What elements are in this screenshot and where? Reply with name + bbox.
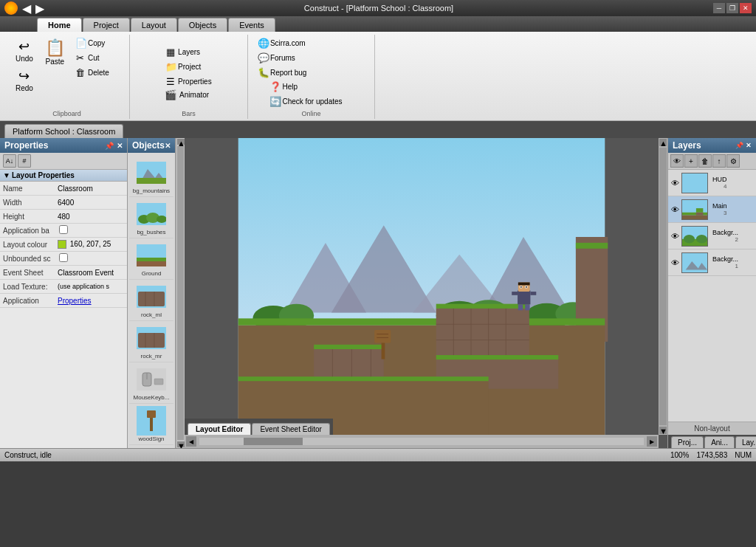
- svg-rect-11: [138, 292, 165, 306]
- tab-objects[interactable]: Objects: [178, 18, 227, 32]
- zoom-level: 100%: [670, 451, 690, 459]
- svg-rect-41: [436, 309, 529, 355]
- ribbon-content: ↩ Undo ↪ Redo 📋 Paste 📄 Copy: [0, 32, 756, 121]
- appbg-checkbox[interactable]: [59, 225, 68, 234]
- props-pin-icon[interactable]: 📌: [105, 142, 114, 150]
- layer-delete-btn[interactable]: 🗑: [698, 154, 712, 168]
- objects-close-icon[interactable]: ✕: [165, 142, 171, 150]
- bottom-tab-project[interactable]: Proj...: [671, 436, 704, 448]
- object-item-rockmr[interactable]: rock_mr: [129, 321, 173, 362]
- hscroll-thumb[interactable]: [244, 438, 303, 445]
- status-text: Construct, idle: [4, 451, 52, 459]
- layer-bg1-thumb: [681, 252, 708, 273]
- object-item-mousekeyb[interactable]: MouseKeyb...: [129, 362, 173, 404]
- props-toolbar: A↓ #: [0, 153, 127, 170]
- objects-scroll-down[interactable]: ▼: [177, 441, 185, 447]
- application-properties-link[interactable]: Properties: [55, 295, 127, 306]
- object-thumb-ground: [137, 241, 166, 270]
- hscroll-right-btn[interactable]: ▶: [647, 436, 657, 447]
- delete-button[interactable]: 🗑 Delete: [72, 66, 123, 80]
- minimize-button[interactable]: ─: [713, 3, 725, 13]
- layer-add-btn[interactable]: +: [684, 154, 698, 168]
- canvas-hscroll[interactable]: ◀ ▶: [185, 435, 659, 448]
- vscroll-track[interactable]: [659, 148, 667, 425]
- layer-bg1-visibility[interactable]: 👁: [670, 258, 680, 267]
- restore-button[interactable]: ❐: [726, 3, 738, 13]
- svg-rect-57: [374, 330, 391, 343]
- layer-eye-btn[interactable]: 👁: [670, 154, 684, 168]
- scirra-button[interactable]: 🌐 Scirra.com: [254, 36, 368, 50]
- tab-layout[interactable]: Layout: [131, 18, 177, 32]
- layer-main-visibility[interactable]: 👁: [670, 205, 680, 214]
- svg-rect-69: [525, 304, 529, 310]
- layer-bg2-visibility[interactable]: 👁: [670, 232, 680, 241]
- quick-access-1[interactable]: ◀: [22, 1, 31, 16]
- hscroll-track[interactable]: [199, 438, 644, 445]
- svg-rect-23: [147, 410, 156, 418]
- tab-event-sheet-editor[interactable]: Event Sheet Editor: [252, 423, 329, 435]
- objects-scrollbar[interactable]: ▲ ▼: [176, 138, 185, 448]
- bottom-tab-layout[interactable]: Lay...: [735, 436, 756, 448]
- svg-rect-8: [137, 258, 166, 261]
- bottom-tab-animator[interactable]: Ani...: [704, 436, 735, 448]
- undo-button[interactable]: ↩ Undo: [10, 36, 38, 65]
- props-row-unbounded: Unbounded sc: [0, 252, 127, 266]
- vscroll-down-btn[interactable]: ▼: [659, 427, 667, 434]
- layer-item-main[interactable]: 👁 Main 3: [668, 196, 756, 223]
- objects-scroll-track[interactable]: [177, 146, 184, 440]
- object-thumb-rockml: [137, 282, 166, 312]
- paste-button[interactable]: 📋 Paste: [40, 36, 70, 68]
- online-group: 🌐 Scirra.com 💬 Forums 🐛 Report bug ❓ Hel…: [248, 35, 375, 119]
- props-sort-num[interactable]: #: [18, 154, 31, 168]
- cut-button[interactable]: ✂ Cut: [72, 51, 123, 65]
- hscroll-left-btn[interactable]: ◀: [186, 436, 196, 447]
- object-item-ground[interactable]: Ground: [129, 238, 173, 280]
- objects-panel-wrapper: Objects ✕ bg_mountains: [128, 138, 185, 448]
- canvas-vscroll[interactable]: ▲ ▼: [659, 138, 667, 435]
- layer-item-hud[interactable]: 👁 HUD 4: [668, 170, 756, 196]
- unbounded-checkbox[interactable]: [59, 253, 68, 262]
- objects-scroll-up[interactable]: ▲: [177, 139, 185, 145]
- updates-button[interactable]: 🔄 Check for updates: [266, 94, 362, 109]
- object-item-woodsign[interactable]: woodSign: [129, 404, 173, 445]
- animator-button[interactable]: Animator: [179, 91, 209, 99]
- props-row-width: Width 6400: [0, 196, 127, 210]
- tab-project[interactable]: Project: [83, 18, 130, 32]
- props-close-icon[interactable]: ✕: [117, 142, 123, 150]
- tab-home[interactable]: Home: [37, 18, 82, 32]
- project-button[interactable]: 📁 Project: [162, 60, 216, 74]
- layout-props-section[interactable]: ▼ Layout Properties: [0, 170, 127, 182]
- vscroll-up-btn[interactable]: ▲: [659, 139, 667, 146]
- svg-rect-75: [682, 215, 707, 219]
- layers-pin-icon[interactable]: 📌: [735, 142, 743, 149]
- layers-close-icon[interactable]: ✕: [746, 142, 752, 149]
- layer-up-btn[interactable]: ↑: [712, 154, 726, 168]
- report-button[interactable]: 🐛 Report bug: [254, 66, 368, 80]
- props-sort-az[interactable]: A↓: [3, 154, 16, 168]
- svg-rect-53: [436, 355, 559, 359]
- object-thumb-mousekeyb: [137, 365, 166, 394]
- close-button[interactable]: ✕: [740, 3, 752, 13]
- tab-events[interactable]: Events: [228, 18, 275, 32]
- help-button[interactable]: ❓ Help: [266, 80, 362, 94]
- layer-main-thumb: [681, 199, 708, 220]
- layer-item-bg2[interactable]: 👁 Backgr... 2: [668, 223, 756, 250]
- colour-swatch[interactable]: [58, 240, 66, 249]
- layer-hud-visibility[interactable]: 👁: [670, 179, 680, 188]
- forums-button[interactable]: 💬 Forums: [254, 51, 368, 65]
- layer-settings-btn[interactable]: ⚙: [726, 154, 740, 168]
- tab-layout-editor[interactable]: Layout Editor: [188, 423, 251, 435]
- properties-bar-button[interactable]: ☰ Properties: [162, 75, 216, 89]
- copy-button[interactable]: 📄 Copy: [72, 36, 123, 50]
- doc-tab-classroom[interactable]: Platform School : Classroom: [4, 124, 123, 138]
- redo-button[interactable]: ↪ Redo: [10, 66, 38, 94]
- layers-toolbar: 👁 + 🗑 ↑ ⚙: [668, 153, 756, 170]
- object-item-bgmountains[interactable]: bg_mountains: [129, 156, 173, 197]
- layers-button[interactable]: ▦ Layers: [162, 45, 216, 59]
- object-item-bgbushes[interactable]: bg_bushes: [129, 197, 173, 238]
- object-item-rockml[interactable]: rock_ml: [129, 280, 173, 321]
- layer-item-bg1[interactable]: 👁 Backgr... 1: [668, 250, 756, 276]
- quick-access-2[interactable]: ▶: [35, 1, 44, 16]
- bottom-panel-tabs: Proj... Ani... Lay...: [668, 435, 756, 448]
- layers-header-controls: 📌 ✕: [735, 142, 752, 149]
